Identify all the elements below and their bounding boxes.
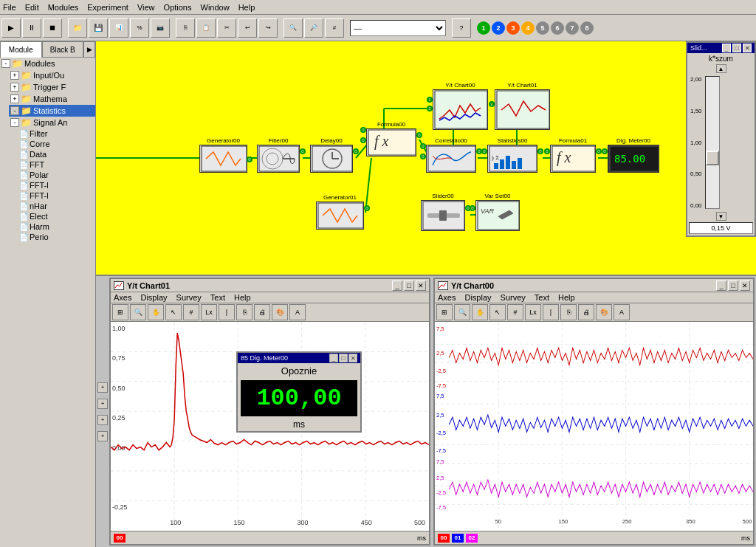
slider-maximize-btn[interactable]: □ [732, 44, 741, 52]
menu-experiment[interactable]: Experiment [87, 3, 128, 12]
chart01-tb-hash[interactable]: # [183, 304, 199, 320]
chart00-tb-select[interactable]: ↖ [489, 304, 506, 320]
menu-options[interactable]: Options [164, 3, 192, 12]
indicator-ch02[interactable]: 02 [466, 534, 478, 543]
circle-8[interactable]: 8 [580, 21, 594, 35]
tree-item-nhar[interactable]: 📄 nHar [18, 201, 95, 211]
dig-meter-close[interactable]: ✕ [348, 354, 357, 362]
slider-thumb[interactable] [706, 151, 719, 165]
tb-copy[interactable]: ⎘ [176, 18, 195, 38]
chart00-tb-color[interactable]: 🎨 [596, 304, 612, 320]
tb-chart[interactable]: 📊 [109, 18, 128, 38]
block-varset00[interactable]: Var Set00 VAR 0 [475, 193, 520, 231]
tree-root[interactable]: - 📁 Modules [0, 58, 95, 69]
tb-cam[interactable]: 📷 [151, 18, 170, 38]
chart00-close[interactable]: ✕ [740, 281, 750, 291]
tb-play[interactable]: ▶ [1, 18, 21, 38]
tree-item-data[interactable]: 📄 Data [18, 149, 95, 159]
slider-up-arrow[interactable]: ▲ [716, 64, 726, 73]
chart01-tb-lx[interactable]: Lx [201, 304, 217, 320]
tb-pause[interactable]: ⏸ [22, 18, 41, 38]
block-generator00[interactable]: Generator00 0 [199, 137, 247, 173]
expand-btn-1[interactable]: + [97, 382, 108, 393]
chart00-tb-print[interactable]: 🖨 [578, 304, 594, 320]
tb-redo[interactable]: ↪ [258, 18, 278, 38]
dig-meter-minimize[interactable]: _ [329, 354, 338, 362]
expand-btn-2[interactable]: + [97, 399, 108, 409]
tree-item-stats[interactable]: - 📁 Statistics [9, 105, 95, 117]
slider-track[interactable] [705, 76, 720, 209]
tb-open[interactable]: 📁 [68, 18, 87, 38]
tree-item-math[interactable]: + 📁 Mathema [9, 93, 95, 105]
chart01-minimize[interactable]: _ [392, 281, 402, 291]
block-formula01[interactable]: Formula01 f x 0 0 [550, 137, 596, 173]
tb-pct[interactable]: % [130, 18, 149, 38]
tree-item-corre[interactable]: 📄 Corre [18, 139, 95, 149]
canvas-area[interactable]: Generator00 0 Filter00 [96, 41, 756, 276]
tree-item-polar[interactable]: 📄 Polar [18, 170, 95, 180]
tree-item-signal[interactable]: - 📁 Signal An [9, 117, 95, 128]
tree-item-trigger[interactable]: + 📁 Trigger F [9, 81, 95, 93]
slider-close-btn[interactable]: ✕ [743, 44, 752, 52]
chart00-tb-marker[interactable]: | [543, 304, 559, 320]
dig-meter-maximize[interactable]: □ [339, 354, 348, 362]
chart01-tb-print[interactable]: 🖨 [254, 304, 270, 320]
menu-help[interactable]: Help [238, 3, 255, 12]
chart00-tb-a[interactable]: A [614, 304, 630, 320]
tb-grid[interactable]: # [325, 18, 344, 38]
chart01-tb-zoom[interactable]: 🔍 [130, 304, 146, 320]
chart00-maximize[interactable]: □ [728, 281, 738, 291]
tree-item-perio[interactable]: 📄 Perio [18, 232, 95, 242]
tree-item-fft2[interactable]: 📄 FFT-l [18, 190, 95, 201]
slider-minimize-btn[interactable]: _ [722, 44, 731, 52]
chart00-tb-grid[interactable]: ⊞ [436, 304, 453, 320]
tree-item-fft1[interactable]: 📄 FFT-l [18, 180, 95, 190]
chart00-minimize[interactable]: _ [716, 281, 726, 291]
expand-btn-4[interactable]: + [97, 431, 108, 441]
block-generator01[interactable]: Generator01 0 [316, 194, 364, 230]
chart00-menu-survey[interactable]: Survey [501, 293, 526, 302]
chart00-menu-axes[interactable]: Axes [438, 293, 456, 302]
tb-undo[interactable]: ↩ [238, 18, 257, 38]
block-statistics00[interactable]: Statistics00 |ₗ Σ 0 0 [487, 137, 537, 173]
circle-2[interactable]: 2 [492, 21, 505, 35]
indicator-ch01[interactable]: 01 [452, 534, 464, 543]
menu-edit[interactable]: Edit [25, 3, 39, 12]
combo-select[interactable]: — [350, 20, 446, 36]
slider-down-arrow[interactable]: ▼ [716, 212, 726, 221]
chart01-tb-color[interactable]: 🎨 [272, 304, 288, 320]
block-delay00[interactable]: Delay00 0 [310, 137, 353, 173]
chart01-tb-grid[interactable]: ⊞ [112, 304, 128, 320]
tb-paste[interactable]: 📋 [196, 18, 216, 38]
chart00-menu-text[interactable]: Text [535, 293, 549, 302]
block-correlatio00[interactable]: Correlatio00 0 0 0 [426, 137, 476, 173]
chart00-menu-help[interactable]: Help [558, 293, 575, 302]
circle-5[interactable]: 5 [536, 21, 549, 35]
tab-module[interactable]: Module [0, 41, 42, 58]
chart01-tb-marker[interactable]: | [219, 304, 235, 320]
indicator-ch00[interactable]: 00 [438, 534, 450, 543]
circle-6[interactable]: 6 [551, 21, 564, 35]
circle-3[interactable]: 3 [506, 21, 520, 35]
chart01-tb-pan[interactable]: ✋ [148, 304, 164, 320]
chart01-close[interactable]: ✕ [416, 281, 426, 291]
tb-help[interactable]: ? [452, 18, 471, 38]
tb-stop[interactable]: ⏹ [43, 18, 62, 38]
block-slider00[interactable]: Slider00 0 [421, 193, 465, 231]
tab-blackboard[interactable]: Black B [42, 41, 84, 58]
menu-window[interactable]: Window [201, 3, 230, 12]
chart00-menu-display[interactable]: Display [464, 293, 491, 302]
chart00-tb-pan[interactable]: ✋ [472, 304, 488, 320]
menu-view[interactable]: View [137, 3, 155, 12]
chart01-maximize[interactable]: □ [404, 281, 414, 291]
tb-save[interactable]: 💾 [89, 18, 108, 38]
chart01-menu-text[interactable]: Text [210, 293, 225, 302]
chart01-tb-copy[interactable]: ⎘ [236, 304, 252, 320]
circle-4[interactable]: 4 [521, 21, 535, 35]
tb-cut[interactable]: ✂ [217, 18, 236, 38]
menu-file[interactable]: File [3, 3, 16, 12]
chart01-menu-axes[interactable]: Axes [114, 293, 131, 302]
circle-1[interactable]: 1 [477, 21, 490, 35]
tb-zoom-in[interactable]: 🔍 [284, 18, 303, 38]
tree-item-filter[interactable]: 📄 Filter [18, 128, 95, 139]
